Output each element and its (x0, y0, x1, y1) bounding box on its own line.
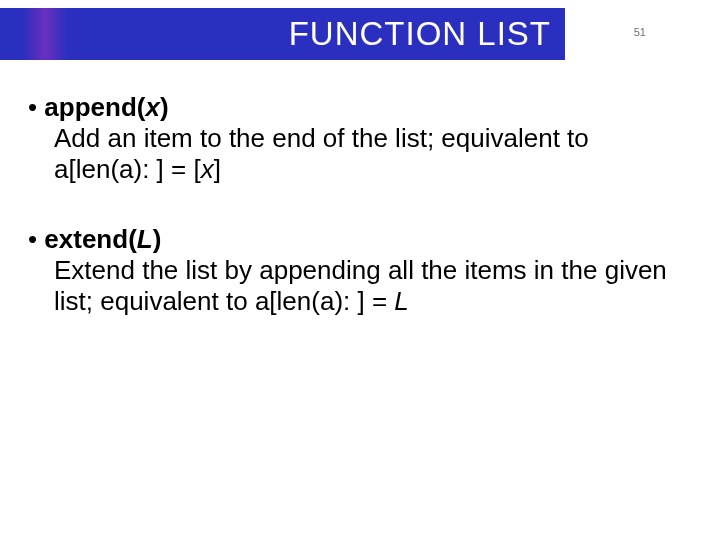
desc-text: ] (214, 154, 221, 184)
bullet: • (28, 224, 44, 254)
page-number: 51 (634, 26, 646, 38)
slide-title: FUNCTION LIST (289, 15, 551, 53)
function-close: ) (153, 224, 162, 254)
bullet: • (28, 92, 44, 122)
function-description: Add an item to the end of the list; equi… (54, 123, 680, 185)
list-item: • append(x) Add an item to the end of th… (28, 92, 680, 186)
desc-ital: L (394, 286, 408, 316)
function-arg: L (137, 224, 153, 254)
function-arg: x (145, 92, 159, 122)
desc-text: Add an item to the end of the list; equi… (54, 123, 589, 184)
function-name: append( (44, 92, 145, 122)
function-name: extend( (44, 224, 136, 254)
title-band: FUNCTION LIST (0, 8, 565, 60)
desc-text: Extend the list by appending all the ite… (54, 255, 667, 316)
function-heading: • append(x) (28, 92, 680, 123)
function-description: Extend the list by appending all the ite… (54, 255, 680, 317)
list-item: • extend(L) Extend the list by appending… (28, 224, 680, 318)
content-area: • append(x) Add an item to the end of th… (28, 92, 680, 355)
function-close: ) (160, 92, 169, 122)
desc-ital: x (201, 154, 214, 184)
function-heading: • extend(L) (28, 224, 680, 255)
